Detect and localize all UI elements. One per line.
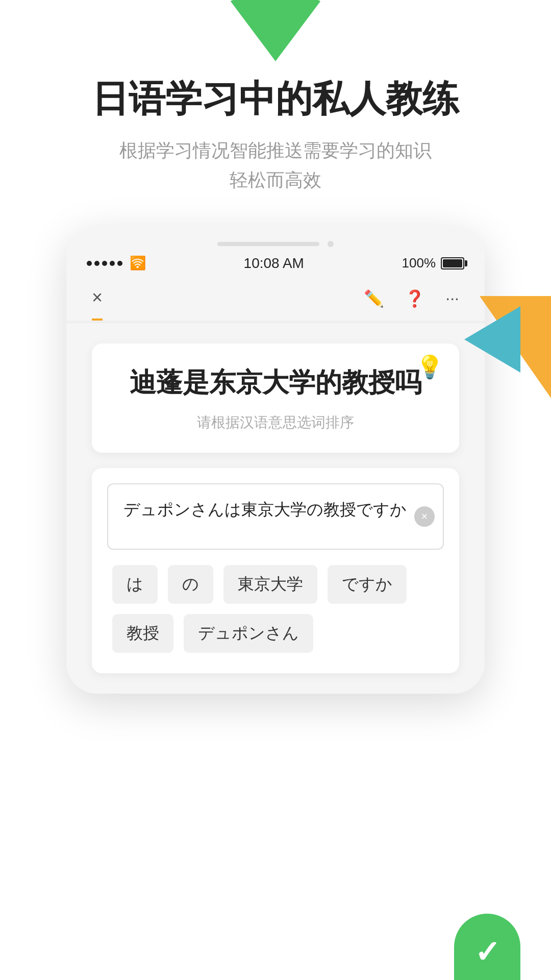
progress-dot (328, 241, 334, 247)
bottom-check-button[interactable] (454, 914, 520, 980)
page-subtitle: 根据学习情况智能推送需要学习的知识 轻松而高效 (119, 136, 432, 194)
right-decoration (464, 296, 551, 408)
progress-area (66, 241, 485, 247)
status-bar: 🛜 10:08 AM 100% (66, 255, 485, 272)
status-time: 10:08 AM (244, 255, 304, 272)
status-left: 🛜 (87, 255, 146, 271)
battery-icon (441, 257, 464, 270)
battery-fill (443, 259, 462, 267)
subtitle-line2: 轻松而高效 (230, 169, 321, 190)
phone-mockup: 🛜 10:08 AM 100% × ✏️ ❓ ··· 💡 (66, 226, 485, 694)
answer-area: デュポンさんは東京大学の教授ですか × は の 東京大学 ですか 教授 デュポン… (92, 468, 459, 673)
word-chip-ha[interactable]: は (112, 565, 158, 604)
answer-text: デュポンさんは東京大学の教授ですか (123, 497, 428, 523)
wifi-icon: 🛜 (130, 255, 146, 271)
question-card: 💡 迪蓬是东京大学的教授吗 请根据汉语意思选词排序 (92, 344, 459, 453)
word-chip-no[interactable]: の (168, 565, 213, 604)
word-chips-container: は の 東京大学 ですか 教授 デュポンさん (107, 565, 444, 653)
question-hint: 请根据汉语意思选词排序 (117, 413, 434, 432)
nav-divider (66, 322, 485, 323)
question-text: 迪蓬是东京大学的教授吗 (117, 364, 434, 401)
clear-answer-button[interactable]: × (414, 506, 435, 527)
nav-right: ✏️ ❓ ··· (364, 289, 459, 318)
teal-triangle-icon (464, 306, 520, 373)
answer-input-box[interactable]: デュポンさんは東京大学の教授ですか × (107, 483, 444, 550)
word-chip-desuka[interactable]: ですか (328, 565, 407, 604)
more-icon[interactable]: ··· (445, 289, 459, 308)
signal-icon (87, 261, 122, 266)
nav-left: × (92, 287, 103, 321)
subtitle-line1: 根据学习情况智能推送需要学习的知识 (119, 140, 432, 161)
nav-bar: × ✏️ ❓ ··· (66, 282, 485, 322)
bulb-icon: 💡 (416, 354, 444, 380)
battery-percentage: 100% (402, 255, 436, 271)
word-chip-dupont[interactable]: デュポンさん (184, 614, 313, 653)
progress-bar (217, 242, 319, 246)
word-chip-tokyo[interactable]: 東京大学 (223, 565, 317, 604)
help-icon[interactable]: ❓ (405, 289, 425, 308)
word-chip-kyoju[interactable]: 教授 (112, 614, 173, 653)
top-triangle-decoration (230, 0, 321, 61)
status-right: 100% (402, 255, 465, 271)
edit-icon[interactable]: ✏️ (364, 289, 384, 308)
close-button[interactable]: × (92, 287, 103, 308)
page-headline: 日语学习中的私人教练 (92, 77, 459, 120)
